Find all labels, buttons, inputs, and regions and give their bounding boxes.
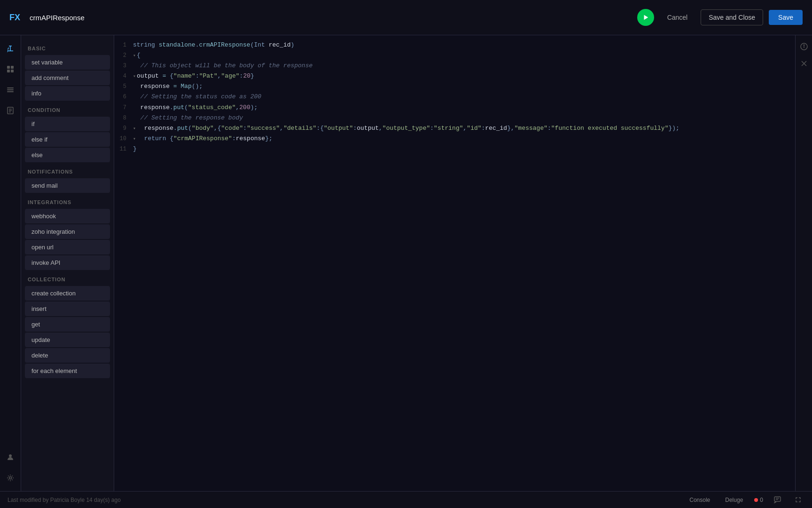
users-icon-btn[interactable]: [2, 449, 19, 466]
code-line-10: 10 ▾ return {"crmAPIResponse":response};: [114, 134, 795, 144]
list-icon-btn[interactable]: [2, 81, 19, 98]
svg-point-13: [9, 454, 12, 457]
code-line-2: 2 ▾{: [114, 50, 795, 61]
sidebar-item-add-comment[interactable]: add comment: [25, 71, 110, 85]
code-line-3: 3 // This object will be the body of the…: [114, 61, 795, 71]
svg-rect-6: [7, 87, 14, 88]
svg-point-14: [9, 477, 12, 479]
collection-section-title: COLLECTION: [21, 271, 114, 285]
function-icon-btn[interactable]: ƒ: [2, 40, 19, 57]
sidebar-item-delete[interactable]: delete: [25, 348, 110, 363]
code-line-9: 9 ▾ response.put("body",{"code":"success…: [114, 123, 795, 134]
error-count: 0: [760, 497, 763, 503]
console-button[interactable]: Console: [686, 495, 714, 505]
header: FX crmAPIResponse Cancel Save and Close …: [0, 0, 812, 35]
code-line-5: 5 response = Map();: [114, 81, 795, 92]
right-sidebar: [795, 35, 812, 491]
sidebar-item-else-if[interactable]: else if: [25, 132, 110, 147]
time-ago: 14 day(s) ago: [86, 497, 120, 503]
comment-icon-btn[interactable]: [771, 493, 784, 507]
code-editor[interactable]: 1 string standalone.crmAPIResponse(Int r…: [114, 35, 795, 491]
page-title: crmAPIResponse: [30, 14, 85, 22]
code-line-1: 1 string standalone.crmAPIResponse(Int r…: [114, 40, 795, 50]
settings-icon-btn[interactable]: [2, 469, 19, 486]
sidebar-item-set-variable[interactable]: set variable: [25, 55, 110, 70]
sidebar-item-for-each-element[interactable]: for each element: [25, 364, 110, 378]
code-line-11: 11 }: [114, 144, 795, 154]
main-content: ƒ: [0, 35, 812, 491]
close-right-btn[interactable]: [797, 57, 811, 70]
svg-rect-7: [7, 89, 14, 90]
notifications-section-title: NOTIFICATIONS: [21, 163, 114, 177]
code-line-4: 4 ▾output = {"name":"Pat","age":20}: [114, 71, 795, 81]
sidebar-item-get[interactable]: get: [25, 317, 110, 332]
svg-rect-8: [7, 91, 14, 92]
header-actions: Cancel Save and Close Save: [637, 9, 803, 26]
svg-rect-20: [774, 497, 781, 501]
logo: FX: [9, 13, 20, 23]
run-button[interactable]: [637, 9, 654, 26]
cancel-button[interactable]: Cancel: [660, 10, 695, 25]
icon-sidebar: ƒ: [0, 35, 21, 491]
svg-rect-3: [11, 66, 14, 69]
svg-rect-5: [11, 70, 14, 72]
info-icon-btn[interactable]: [797, 40, 811, 53]
sidebar-item-send-mail[interactable]: send mail: [25, 178, 110, 193]
sidebar-item-if[interactable]: if: [25, 117, 110, 131]
status-bar-actions: Console Deluge 0: [686, 493, 804, 507]
sidebar-item-info[interactable]: info: [25, 86, 110, 101]
status-bar: Last modified by Patricia Boyle 14 day(s…: [0, 491, 812, 508]
svg-rect-2: [7, 66, 10, 69]
sidebar-item-invoke-api[interactable]: invoke API: [25, 255, 110, 270]
sidebar-item-zoho-integration[interactable]: zoho integration: [25, 224, 110, 239]
code-block: 1 string standalone.crmAPIResponse(Int r…: [114, 35, 795, 159]
grid-icon-btn[interactable]: [2, 61, 19, 78]
code-line-7: 7 response.put("status_code",200);: [114, 103, 795, 113]
condition-section-title: CONDITION: [21, 102, 114, 116]
error-dot: [754, 498, 758, 502]
error-indicator: 0: [754, 497, 763, 503]
code-line-8: 8 // Setting the response body: [114, 113, 795, 123]
deluge-button[interactable]: Deluge: [721, 495, 747, 505]
last-modified-label: Last modified by Patricia Boyle: [8, 497, 85, 503]
basic-section-title: BASIC: [21, 40, 114, 54]
integrations-section-title: INTEGRATIONS: [21, 194, 114, 208]
sidebar-item-open-url[interactable]: open url: [25, 240, 110, 254]
save-close-button[interactable]: Save and Close: [701, 9, 763, 25]
sidebar-item-insert[interactable]: insert: [25, 302, 110, 316]
svg-point-17: [804, 45, 804, 45]
svg-marker-0: [644, 15, 648, 20]
code-line-6: 6 // Setting the status code as 200: [114, 92, 795, 102]
save-button[interactable]: Save: [769, 10, 803, 25]
svg-rect-4: [7, 70, 10, 72]
sidebar-item-else[interactable]: else: [25, 148, 110, 162]
sidebar-item-create-collection[interactable]: create collection: [25, 286, 110, 301]
page-icon-btn[interactable]: [2, 102, 19, 119]
sidebar-item-webhook[interactable]: webhook: [25, 209, 110, 223]
sidebar-item-update[interactable]: update: [25, 333, 110, 347]
panel-sidebar: BASIC set variable add comment info COND…: [21, 35, 114, 491]
expand-icon-btn[interactable]: [791, 493, 804, 507]
svg-text:ƒ: ƒ: [7, 47, 10, 52]
